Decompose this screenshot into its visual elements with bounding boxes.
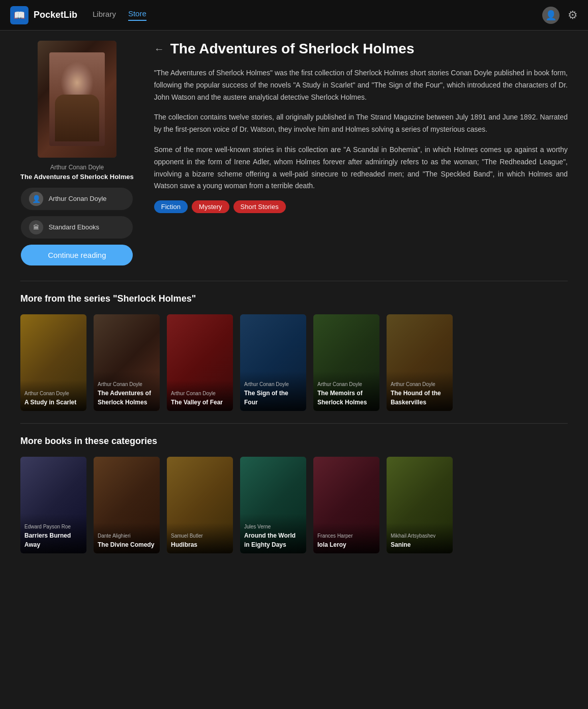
series-book-card[interactable]: Arthur Conan Doyle The Sign of the Four: [240, 314, 306, 411]
book-title-under-cover: Arthur Conan Doyle The Adventures of She…: [20, 164, 134, 182]
section-divider-2: [20, 423, 568, 424]
series-book-cover: Arthur Conan Doyle The Adventures of She…: [94, 314, 160, 411]
series-book-cover: Arthur Conan Doyle The Hound of the Bask…: [387, 314, 453, 411]
category-book-card[interactable]: Edward Payson Roe Barriers Burned Away: [20, 457, 86, 553]
back-arrow-icon[interactable]: ←: [154, 43, 164, 55]
publisher-avatar: 🏛: [29, 220, 43, 234]
series-book-cover: Arthur Conan Doyle The Memoirs of Sherlo…: [313, 314, 379, 411]
series-book-author: Arthur Conan Doyle: [98, 381, 156, 387]
logo-icon: 📖: [10, 6, 28, 24]
book-description-2: The collection contains twelve stories, …: [154, 111, 568, 136]
category-book-author: Dante Alighieri: [98, 533, 156, 539]
cover-overlay: Dante Alighieri The Divine Comedy: [94, 523, 160, 553]
nav-store[interactable]: Store: [128, 9, 146, 21]
series-book-card[interactable]: Arthur Conan Doyle A Study in Scarlet: [20, 314, 86, 411]
category-book-title: Iola Leroy: [317, 541, 346, 548]
cover-overlay: Jules Verne Around the World in Eighty D…: [240, 514, 306, 553]
cover-overlay: Arthur Conan Doyle The Adventures of She…: [94, 371, 160, 411]
category-book-title: Barriers Burned Away: [24, 532, 71, 549]
category-book-card[interactable]: Mikhail Artsybashev Sanine: [387, 457, 453, 553]
tag-short-stories[interactable]: Short Stories: [233, 200, 286, 213]
gear-icon[interactable]: ⚙: [568, 9, 578, 22]
book-detail: Arthur Conan Doyle The Adventures of She…: [20, 41, 568, 265]
category-book-cover: Mikhail Artsybashev Sanine: [387, 457, 453, 553]
series-book-title: A Study in Scarlet: [24, 399, 76, 406]
nav-library[interactable]: Library: [93, 10, 116, 20]
book-right-panel: ← The Adventures of Sherlock Holmes "The…: [154, 41, 568, 265]
series-book-title: The Valley of Fear: [171, 399, 223, 406]
series-book-title: The Hound of the Baskervilles: [391, 390, 441, 406]
avatar[interactable]: 👤: [542, 7, 560, 24]
series-book-cover: Arthur Conan Doyle The Valley of Fear: [167, 314, 233, 411]
cover-author-label: Arthur Conan Doyle: [20, 164, 134, 171]
category-book-card[interactable]: Samuel Butler Hudibras: [167, 457, 233, 553]
category-book-title: Hudibras: [171, 541, 197, 548]
author-link-name: Arthur Conan Doyle: [48, 195, 106, 202]
series-book-title: The Sign of the Four: [244, 390, 288, 406]
series-book-cover: Arthur Conan Doyle The Sign of the Four: [240, 314, 306, 411]
book-left-panel: Arthur Conan Doyle The Adventures of She…: [20, 41, 134, 265]
series-book-card[interactable]: Arthur Conan Doyle The Valley of Fear: [167, 314, 233, 411]
category-book-cover: Jules Verne Around the World in Eighty D…: [240, 457, 306, 553]
series-book-card[interactable]: Arthur Conan Doyle The Hound of the Bask…: [387, 314, 453, 411]
cover-overlay: Arthur Conan Doyle The Memoirs of Sherlo…: [313, 371, 379, 411]
series-book-title: The Adventures of Sherlock Holmes: [98, 390, 151, 406]
cover-overlay: Frances Harper Iola Leroy: [313, 523, 379, 553]
book-cover: [38, 41, 116, 158]
series-book-author: Arthur Conan Doyle: [391, 381, 449, 387]
categories-section: More books in these categories Edward Pa…: [20, 436, 568, 553]
category-book-author: Samuel Butler: [171, 533, 229, 539]
series-book-card[interactable]: Arthur Conan Doyle The Memoirs of Sherlo…: [313, 314, 379, 411]
cover-overlay: Edward Payson Roe Barriers Burned Away: [20, 514, 86, 553]
series-section-title: More from the series "Sherlock Holmes": [20, 293, 568, 304]
app-logo: 📖 PocketLib: [10, 6, 77, 24]
category-book-cover: Dante Alighieri The Divine Comedy: [94, 457, 160, 553]
category-book-author: Edward Payson Roe: [24, 524, 82, 529]
category-book-title: The Divine Comedy: [98, 541, 154, 548]
cover-overlay: Samuel Butler Hudibras: [167, 523, 233, 553]
series-book-author: Arthur Conan Doyle: [171, 391, 229, 396]
series-book-cover: Arthur Conan Doyle A Study in Scarlet: [20, 314, 86, 411]
series-book-title: The Memoirs of Sherlock Holmes: [317, 390, 367, 406]
series-books-row: Arthur Conan Doyle A Study in Scarlet Ar…: [20, 314, 568, 411]
category-book-card[interactable]: Dante Alighieri The Divine Comedy: [94, 457, 160, 553]
cover-overlay: Arthur Conan Doyle The Valley of Fear: [167, 380, 233, 411]
category-book-cover: Frances Harper Iola Leroy: [313, 457, 379, 553]
category-book-title: Sanine: [391, 541, 410, 548]
app-header: 📖 PocketLib Library Store 👤 ⚙: [0, 0, 588, 31]
category-book-cover: Samuel Butler Hudibras: [167, 457, 233, 553]
series-book-author: Arthur Conan Doyle: [24, 391, 82, 396]
book-description-3: Some of the more well-known stories in t…: [154, 144, 568, 192]
author-link[interactable]: 👤 Arthur Conan Doyle: [21, 188, 133, 210]
category-book-author: Frances Harper: [317, 533, 375, 539]
continue-reading-button[interactable]: Continue reading: [21, 245, 133, 265]
header-right: 👤 ⚙: [542, 7, 578, 24]
section-divider-1: [20, 281, 568, 281]
app-name: PocketLib: [34, 10, 77, 20]
category-book-card[interactable]: Jules Verne Around the World in Eighty D…: [240, 457, 306, 553]
cover-overlay: Arthur Conan Doyle The Hound of the Bask…: [387, 371, 453, 411]
series-book-card[interactable]: Arthur Conan Doyle The Adventures of She…: [94, 314, 160, 411]
category-book-cover: Edward Payson Roe Barriers Burned Away: [20, 457, 86, 553]
category-book-title: Around the World in Eighty Days: [244, 532, 296, 549]
category-book-card[interactable]: Frances Harper Iola Leroy: [313, 457, 379, 553]
main-content: Arthur Conan Doyle The Adventures of She…: [0, 31, 588, 564]
book-main-title: The Adventures of Sherlock Holmes: [170, 41, 415, 57]
series-section: More from the series "Sherlock Holmes" A…: [20, 293, 568, 411]
book-description-1: "The Adventures of Sherlock Holmes" was …: [154, 67, 568, 103]
tag-mystery[interactable]: Mystery: [192, 200, 229, 213]
publisher-link[interactable]: 🏛 Standard Ebooks: [21, 216, 133, 239]
categories-section-title: More books in these categories: [20, 436, 568, 447]
cover-figure: [49, 52, 105, 146]
series-book-author: Arthur Conan Doyle: [317, 381, 375, 387]
category-book-author: Jules Verne: [244, 524, 302, 529]
tag-fiction[interactable]: Fiction: [154, 200, 188, 213]
main-nav: Library Store: [93, 9, 146, 21]
cover-overlay: Arthur Conan Doyle A Study in Scarlet: [20, 380, 86, 411]
cover-title-label: The Adventures of Sherlock Holmes: [20, 173, 134, 182]
cover-overlay: Arthur Conan Doyle The Sign of the Four: [240, 371, 306, 411]
publisher-link-name: Standard Ebooks: [48, 223, 99, 231]
category-book-author: Mikhail Artsybashev: [391, 533, 449, 539]
book-cover-image: [38, 41, 116, 158]
series-book-author: Arthur Conan Doyle: [244, 381, 302, 387]
